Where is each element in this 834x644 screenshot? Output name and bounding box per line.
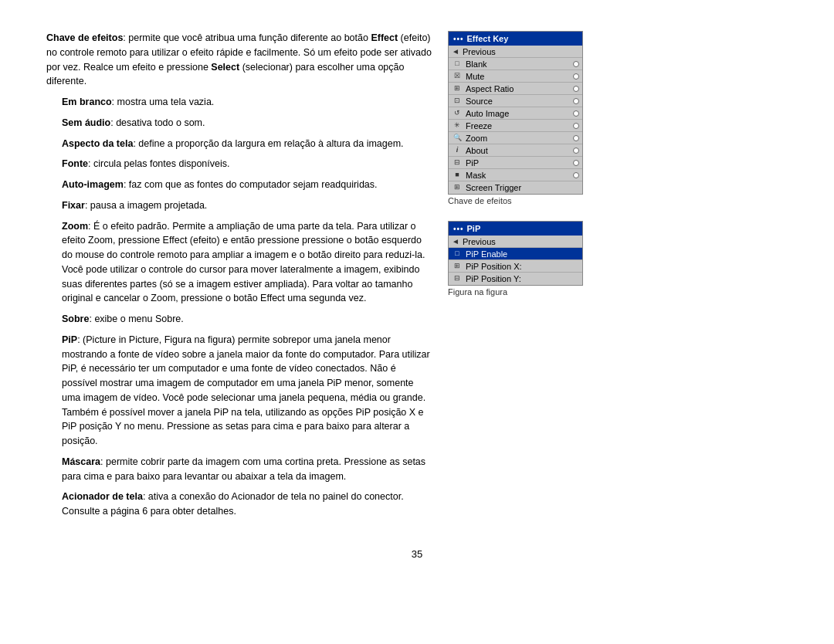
item-label-source: Source — [466, 97, 570, 106]
mask-icon: ■ — [452, 171, 463, 180]
pip-label-enable: PiP Enable — [466, 249, 579, 259]
pip-item-enable[interactable]: □ PiP Enable — [449, 248, 582, 260]
zoom-radio — [573, 135, 579, 141]
item-label-previous: Previous — [463, 47, 579, 56]
pip-menu-label: Figura na figura — [448, 287, 507, 297]
effect-key-menu: ••• Effect Key ◄ Previous □ Blank ☒ Mu — [448, 31, 583, 195]
arrow-icon: ◄ — [452, 47, 459, 56]
para-pip: PiP: (Picture in Picture, Figura na figu… — [46, 333, 432, 449]
pip-radio — [573, 160, 579, 166]
item-label-about: About — [466, 146, 570, 155]
item-label-blank: Blank — [466, 59, 570, 69]
item-label-mute: Mute — [466, 72, 570, 81]
para-fonte: Fonte: circula pelas fontes disponíveis. — [46, 157, 432, 171]
pip-enable-icon: □ — [452, 249, 463, 259]
mute-radio — [573, 73, 579, 80]
menu-item-freeze[interactable]: ✳ Freeze — [449, 120, 582, 132]
item-label-auto-image: Auto Image — [466, 109, 570, 118]
item-label-zoom: Zoom — [466, 134, 570, 143]
page-number: 35 — [46, 548, 788, 560]
pip-label-previous: Previous — [463, 237, 579, 246]
effect-key-title: ••• Effect Key — [449, 32, 582, 46]
pip-item-previous[interactable]: ◄ Previous — [449, 236, 582, 248]
para-acionador: Acionador de tela: ativa a conexão do Ac… — [46, 490, 432, 519]
title-label: Effect Key — [467, 34, 509, 43]
menu-item-screen-trigger[interactable]: ⊞ Screen Trigger — [449, 181, 582, 194]
pip-item-position-x[interactable]: ⊞ PiP Position X: — [449, 260, 582, 273]
para-aspecto: Aspecto da tela: define a proporção da l… — [46, 137, 432, 151]
menu-item-blank[interactable]: □ Blank — [449, 58, 582, 70]
menu-item-aspect[interactable]: ⊞ Aspect Ratio — [449, 83, 582, 95]
para-auto-imagem: Auto-imagem: faz com que as fontes do co… — [46, 178, 432, 192]
auto-image-radio — [573, 110, 579, 117]
pip-menu: ••• PiP ◄ Previous □ PiP Enable ⊞ PiP Po… — [448, 221, 583, 286]
about-icon: i — [452, 146, 463, 155]
pip-item-position-y[interactable]: ⊟ PiP Position Y: — [449, 273, 582, 285]
text-column: Chave de efeitos: permite que você atrib… — [46, 31, 432, 525]
pip-label-position-x: PiP Position X: — [466, 262, 579, 271]
item-label-mask: Mask — [466, 171, 570, 180]
right-column: ••• Effect Key ◄ Previous □ Blank ☒ Mu — [448, 31, 618, 525]
para-sobre: Sobre: exibe o menu Sobre. — [46, 312, 432, 327]
pip-position-y-icon: ⊟ — [452, 274, 463, 283]
pip-group: ••• PiP ◄ Previous □ PiP Enable ⊞ PiP Po… — [448, 221, 618, 297]
menu-item-zoom[interactable]: 🔍 Zoom — [449, 132, 582, 144]
about-radio — [573, 147, 579, 154]
menu-item-source[interactable]: ⊡ Source — [449, 95, 582, 107]
pip-title-dots: ••• — [453, 225, 464, 233]
screen-trigger-icon: ⊞ — [452, 183, 463, 192]
freeze-radio — [573, 123, 579, 129]
menu-item-mute[interactable]: ☒ Mute — [449, 70, 582, 83]
item-label-pip: PiP — [466, 158, 570, 168]
para-fixar: Fixar: pausa a imagem projetada. — [46, 198, 432, 213]
aspect-icon: ⊞ — [452, 84, 463, 93]
menu-item-about[interactable]: i About — [449, 144, 582, 157]
mute-icon: ☒ — [452, 72, 463, 81]
para-chave-efeitos: Chave de efeitos: permite que você atrib… — [46, 31, 432, 89]
source-icon: ⊡ — [452, 97, 463, 106]
blank-icon: □ — [452, 59, 463, 69]
item-label-screen-trigger: Screen Trigger — [466, 183, 579, 192]
auto-image-icon: ↺ — [452, 109, 463, 118]
pip-arrow-icon: ◄ — [452, 237, 459, 246]
mask-radio — [573, 172, 579, 178]
title-dots: ••• — [453, 35, 464, 43]
para-zoom: Zoom: É o efeito padrão. Permite a ampli… — [46, 219, 432, 307]
blank-radio — [573, 61, 579, 67]
pip-title: ••• PiP — [449, 222, 582, 236]
para-sem-audio: Sem áudio: desativa todo o som. — [46, 116, 432, 130]
menu-item-pip[interactable]: ⊟ PiP — [449, 157, 582, 169]
item-label-freeze: Freeze — [466, 121, 570, 130]
para-em-branco: Em branco: mostra uma tela vazia. — [46, 95, 432, 110]
effect-key-label: Chave de efeitos — [448, 196, 512, 205]
zoom-icon: 🔍 — [452, 134, 463, 143]
pip-title-label: PiP — [467, 224, 481, 233]
freeze-icon: ✳ — [452, 121, 463, 130]
menu-item-previous[interactable]: ◄ Previous — [449, 46, 582, 58]
menu-item-auto-image[interactable]: ↺ Auto Image — [449, 107, 582, 120]
pip-icon: ⊟ — [452, 158, 463, 168]
source-radio — [573, 98, 579, 104]
pip-position-x-icon: ⊞ — [452, 262, 463, 271]
item-label-aspect: Aspect Ratio — [466, 84, 570, 93]
effect-key-group: ••• Effect Key ◄ Previous □ Blank ☒ Mu — [448, 31, 618, 205]
pip-label-position-y: PiP Position Y: — [466, 274, 579, 283]
menu-item-mask[interactable]: ■ Mask — [449, 169, 582, 181]
para-mascara: Máscara: permite cobrir parte da imagem … — [46, 455, 432, 484]
aspect-radio — [573, 86, 579, 92]
